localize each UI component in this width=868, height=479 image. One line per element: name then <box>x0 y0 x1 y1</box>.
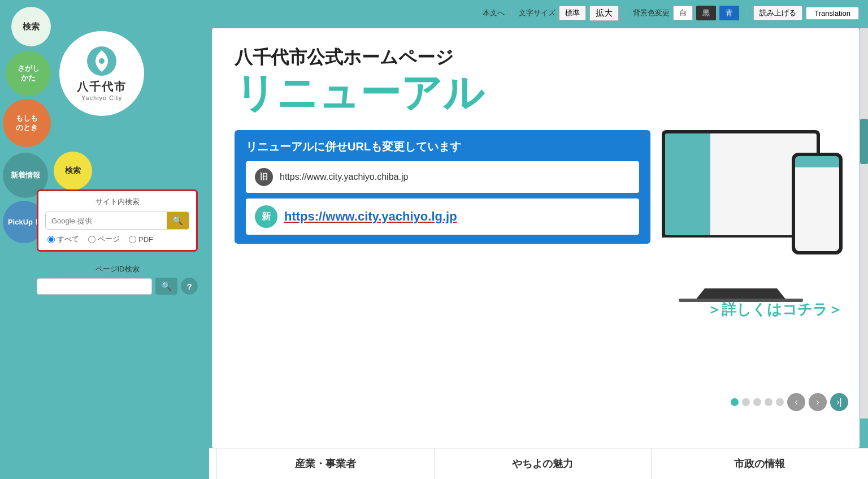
bubble-sagashi[interactable]: さがし かた <box>6 51 51 96</box>
slide-body: リニューアルに併せURLも変更しています 旧 https://www.city.… <box>212 124 860 300</box>
bubble-moshimo-line2: のとき <box>16 123 38 133</box>
bgcolor-blue-button[interactable]: 青 <box>719 6 739 20</box>
city-logo-icon <box>86 46 118 77</box>
bubble-pickup-label: PickUp！ <box>8 217 40 227</box>
slide-title-block: 八千代市公式ホームページ リニューアル <box>235 45 837 119</box>
translation-button[interactable]: Translation <box>806 7 859 20</box>
slide-dot-2[interactable] <box>742 398 750 406</box>
bubble-search-mid[interactable]: 検索 <box>54 152 92 190</box>
bgcolor-label: 背景色変更 <box>633 8 670 18</box>
pageid-input[interactable] <box>37 278 152 295</box>
bubble-sagashi-line1: さがし <box>18 64 40 74</box>
nav-sangyo[interactable]: 産業・事業者 <box>217 448 434 479</box>
scrollbar[interactable] <box>860 28 868 418</box>
url-old-badge: 旧 <box>255 168 273 186</box>
main-content: 八千代市公式ホームページ リニューアル リニューアルに併せURLも変更しています… <box>212 28 860 448</box>
slide-dot-4[interactable] <box>765 398 772 406</box>
search-input[interactable] <box>46 213 167 228</box>
more-details-link[interactable]: ＞詳しくはコチラ＞ <box>212 300 860 331</box>
separator1: ｜ <box>508 8 515 18</box>
phone-screen <box>795 156 839 251</box>
scrollbar-thumb[interactable] <box>860 119 868 164</box>
slide-subtitle: リニューアル <box>235 72 837 113</box>
pageid-section: ページID検索 🔍 ? <box>37 264 198 295</box>
phone-screen-body <box>795 167 839 251</box>
url-old-text: https://www.city.yachiyo.chiba.jp <box>280 172 408 182</box>
read-aloud-button[interactable]: 読み上げる <box>753 6 802 20</box>
pageid-search-button[interactable]: 🔍 <box>155 278 177 295</box>
logo-circle[interactable]: 八千代市 Yachiyo City <box>59 31 144 116</box>
phone-mockup <box>792 153 843 254</box>
site-search-box: サイト内検索 🔍 すべて ページ PDF <box>37 189 198 252</box>
search-submit-button[interactable]: 🔍 <box>167 212 189 229</box>
bgcolor-white-button[interactable]: 白 <box>673 6 693 20</box>
pageid-help-button[interactable]: ? <box>181 278 198 295</box>
url-old-box: 旧 https://www.city.yachiyo.chiba.jp <box>246 161 639 193</box>
bubble-moshimo[interactable]: もしも のとき <box>3 99 51 147</box>
slide-header: 八千代市公式ホームページ リニューアル <box>212 28 860 124</box>
prev-slide-button[interactable]: ‹ <box>787 393 805 411</box>
last-slide-button[interactable]: ›| <box>830 393 848 411</box>
url-new-link[interactable]: https://www.city.yachiyo.lg.jp <box>284 209 457 224</box>
top-bar: 本文へ ｜ 文字サイズ 標準 拡大 ｜ 背景色変更 白 黒 青 ｜ 読み上げる … <box>0 0 868 26</box>
fontsize-label: 文字サイズ <box>519 8 555 18</box>
slide-dot-3[interactable] <box>753 398 761 406</box>
sidebar: 八千代市 Yachiyo City 検索 さがし かた もしも のとき 新着情報… <box>0 0 209 479</box>
search-input-row: 🔍 <box>45 212 189 230</box>
pageid-title: ページID検索 <box>37 264 198 274</box>
slider-area: 八千代市公式ホームページ リニューアル リニューアルに併せURLも変更しています… <box>212 28 860 448</box>
url-new-box: 新 https://www.city.yachiyo.lg.jp <box>246 198 639 235</box>
device-mockup-area <box>662 130 843 288</box>
laptop-base <box>679 299 803 302</box>
search-radio-group: すべて ページ PDF <box>45 234 189 244</box>
radio-all[interactable]: すべて <box>47 234 79 244</box>
slide-dot-5[interactable] <box>776 398 784 406</box>
laptop-screen-sidebar <box>665 133 710 235</box>
nav-yachiyo-miryoku[interactable]: やちよの魅力 <box>435 448 652 479</box>
bubble-moshimo-line1: もしも <box>16 114 38 123</box>
bubble-sagashi-line2: かた <box>21 74 36 83</box>
laptop-stand <box>696 288 786 300</box>
slide-dot-1[interactable] <box>731 398 739 406</box>
separator2: ｜ <box>622 8 630 18</box>
radio-pdf[interactable]: PDF <box>129 235 153 244</box>
honbun-label[interactable]: 本文へ <box>483 8 505 18</box>
url-change-box: リニューアルに併せURLも変更しています 旧 https://www.city.… <box>235 130 650 244</box>
url-change-title: リニューアルに併せURLも変更しています <box>246 139 639 154</box>
bubble-search-mid-label: 検索 <box>65 166 81 176</box>
slide-content: 八千代市公式ホームページ リニューアル リニューアルに併せURLも変更しています… <box>212 28 860 448</box>
svg-point-1 <box>99 58 105 64</box>
city-name-en: Yachiyo City <box>81 94 122 101</box>
radio-page[interactable]: ページ <box>88 234 120 244</box>
slide-dots: ‹ › ›| <box>731 393 848 411</box>
bgcolor-black-button[interactable]: 黒 <box>696 6 716 20</box>
city-name-jp: 八千代市 <box>77 79 127 94</box>
pageid-row: 🔍 ? <box>37 278 198 295</box>
url-new-badge: 新 <box>255 205 277 228</box>
fontsize-large-button[interactable]: 拡大 <box>589 6 619 21</box>
separator3: ｜ <box>743 8 750 18</box>
site-search-title: サイト内検索 <box>45 197 189 207</box>
next-slide-button[interactable]: › <box>809 393 827 411</box>
bubble-shinchaku-label: 新着情報 <box>11 170 40 180</box>
slide-title: 八千代市公式ホームページ <box>235 45 837 70</box>
phone-screen-header <box>795 156 839 167</box>
fontsize-standard-button[interactable]: 標準 <box>559 6 586 20</box>
nav-shisei[interactable]: 市政の情報 <box>652 448 868 479</box>
